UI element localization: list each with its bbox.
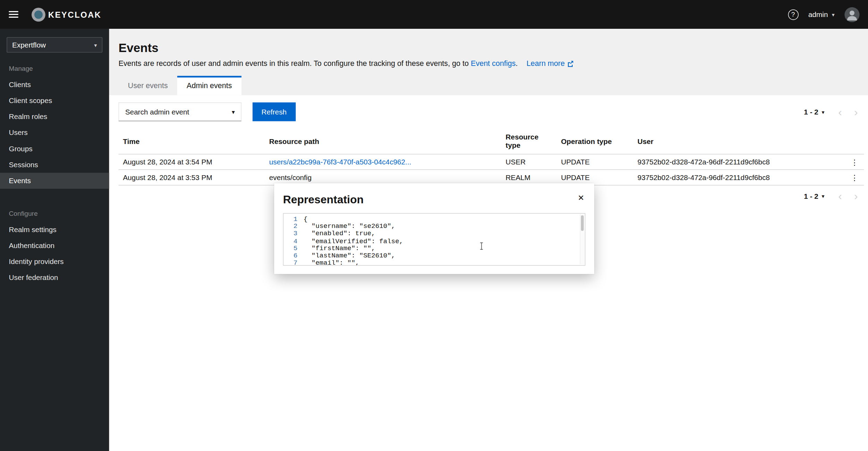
hamburger-bar [9, 17, 18, 18]
sidebar-item-realm-settings[interactable]: Realm settings [0, 221, 109, 237]
nav-section-configure: Configure [0, 201, 109, 221]
line-number: 7 [284, 260, 303, 266]
kebab-menu-icon[interactable]: ⋮ [845, 172, 864, 183]
nav-section-manage: Manage [0, 56, 109, 76]
code-text: "emailVerified": false, [303, 238, 403, 245]
code-line: 3 "enabled": true, [284, 230, 585, 238]
admin-events-table: Time Resource path Resource type Operati… [118, 128, 864, 185]
hamburger-bar [9, 11, 18, 12]
pagination-top: 1 - 2 ▾ ‹ › [804, 106, 864, 117]
code-line: 5 "firstName": "", [284, 245, 585, 253]
app: KEYCLOAK ? admin ▾ Expertflow ▾ Manage C… [0, 0, 868, 451]
cell-resource-type: USER [501, 154, 557, 169]
search-admin-event-select[interactable]: Search admin event ▾ [118, 102, 241, 121]
tab-admin-events[interactable]: Admin events [177, 76, 242, 95]
cell-resource-type: REALM [501, 170, 557, 185]
table-header-row: Time Resource path Resource type Operati… [118, 128, 864, 154]
column-header-actions [842, 137, 864, 146]
description-period: . [516, 59, 518, 68]
column-header-time: Time [118, 133, 264, 150]
sidebar-item-events[interactable]: Events [0, 173, 109, 189]
editor-scrollbar[interactable] [580, 214, 584, 265]
line-number: 5 [284, 245, 303, 253]
line-number: 6 [284, 253, 303, 260]
realm-selector[interactable]: Expertflow ▾ [7, 37, 102, 53]
code-editor[interactable]: 1{ 2 "username": "se2610", 3 "enabled": … [283, 213, 585, 266]
line-number: 1 [284, 216, 303, 223]
refresh-button[interactable]: Refresh [253, 102, 296, 121]
text-cursor-icon [481, 242, 482, 250]
sidebar-item-sessions[interactable]: Sessions [0, 157, 109, 173]
user-menu[interactable]: admin ▾ [808, 10, 835, 19]
sidebar-item-groups[interactable]: Groups [0, 141, 109, 156]
chevron-down-icon: ▾ [232, 108, 235, 116]
chevron-down-icon[interactable]: ▾ [821, 109, 824, 115]
scrollbar-thumb[interactable] [581, 215, 584, 231]
code-line: 4 "emailVerified": false, [284, 238, 585, 245]
page-header: Events Events are records of user and ad… [109, 29, 868, 95]
sidebar-item-client-scopes[interactable]: Client scopes [0, 92, 109, 108]
pagination-range: 1 - 2 [804, 192, 818, 200]
next-page-button[interactable]: › [848, 190, 864, 202]
cell-user: 93752b02-d328-472a-96df-2211d9cf6bc8 [633, 154, 842, 169]
cell-resource-path: events/config [265, 170, 501, 185]
code-text: "firstName": "", [303, 245, 375, 253]
description-text: Events are records of user and admin eve… [118, 59, 471, 68]
previous-page-button[interactable]: ‹ [832, 106, 848, 117]
column-header-operation-type: Operation type [557, 133, 633, 150]
keycloak-logo-icon [32, 8, 45, 22]
cell-time: August 28, 2024 at 3:53 PM [118, 170, 264, 185]
learn-more-label: Learn more [526, 59, 565, 68]
chevron-down-icon[interactable]: ▾ [821, 193, 824, 199]
chevron-down-icon: ▾ [94, 42, 97, 48]
column-header-resource-type: Resource type [501, 128, 557, 154]
masthead: KEYCLOAK ? admin ▾ [0, 0, 868, 29]
nav-section-gap [0, 189, 109, 201]
sidebar-item-identity-providers[interactable]: Identity providers [0, 254, 109, 270]
person-icon [844, 7, 859, 22]
sidebar-item-realm-roles[interactable]: Realm roles [0, 109, 109, 125]
events-toolbar: Search admin event ▾ Refresh 1 - 2 ▾ ‹ › [118, 102, 864, 121]
avatar[interactable] [844, 7, 859, 22]
search-select-label: Search admin event [125, 108, 189, 116]
sidebar-item-authentication[interactable]: Authentication [0, 238, 109, 254]
cell-operation-type: UPDATE [557, 154, 633, 169]
sidebar-item-clients[interactable]: Clients [0, 76, 109, 92]
page-description: Events are records of user and admin eve… [118, 59, 859, 68]
sidebar-item-user-federation[interactable]: User federation [0, 270, 109, 286]
line-number: 4 [284, 238, 303, 245]
hamburger-bar [9, 14, 18, 15]
code-line: 1{ [284, 216, 585, 223]
code-line: 6 "lastName": "SE2610", [284, 253, 585, 260]
hamburger-menu-icon[interactable] [0, 11, 26, 18]
learn-more-link[interactable]: Learn more [526, 59, 574, 68]
chevron-down-icon: ▾ [832, 11, 835, 18]
line-number: 3 [284, 230, 303, 238]
sidebar: Expertflow ▾ Manage Clients Client scope… [0, 29, 109, 451]
close-icon[interactable]: ✕ [577, 191, 585, 204]
keycloak-logo: KEYCLOAK [32, 8, 101, 22]
help-icon[interactable]: ? [788, 9, 798, 19]
pagination-range: 1 - 2 [804, 108, 818, 116]
cell-operation-type: UPDATE [557, 170, 633, 185]
event-configs-link[interactable]: Event configs [471, 59, 516, 68]
modal-title: Representation [283, 193, 363, 206]
line-number: 2 [284, 223, 303, 230]
brand-wordmark: KEYCLOAK [48, 10, 101, 19]
code-text: "username": "se2610", [303, 223, 395, 230]
tab-user-events[interactable]: User events [118, 76, 177, 95]
resource-path-link[interactable]: users/a22bc99a-76f3-470f-a503-04c4c962..… [269, 158, 411, 166]
external-link-icon [567, 60, 574, 67]
sidebar-item-users[interactable]: Users [0, 125, 109, 141]
representation-modal: Representation ✕ 1{ 2 "username": "se261… [274, 183, 594, 274]
cell-time: August 28, 2024 at 3:54 PM [118, 154, 264, 169]
username-label: admin [808, 10, 828, 19]
code-text: "email": "", [303, 260, 359, 266]
modal-header: Representation ✕ [283, 191, 585, 206]
code-line: 7 "email": "", [284, 260, 585, 266]
kebab-menu-icon[interactable]: ⋮ [845, 156, 864, 168]
column-header-resource-path: Resource path [265, 133, 501, 150]
realm-name: Expertflow [12, 41, 46, 49]
next-page-button[interactable]: › [848, 106, 864, 117]
previous-page-button[interactable]: ‹ [832, 190, 848, 202]
